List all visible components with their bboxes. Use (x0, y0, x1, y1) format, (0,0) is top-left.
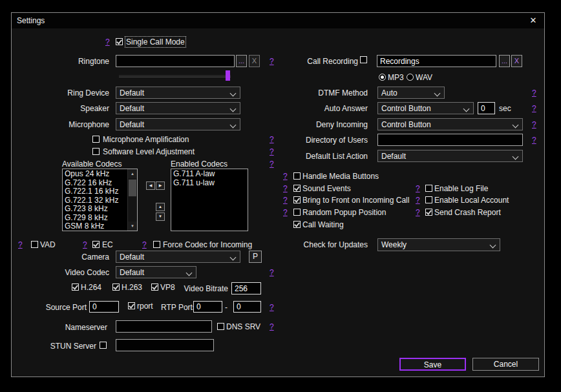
force-codec-checkbox[interactable] (153, 241, 160, 248)
ringtone-input[interactable] (116, 55, 235, 67)
scrollbar-thumb[interactable] (129, 180, 136, 196)
rport-checkbox[interactable] (128, 302, 135, 309)
vp8-label[interactable]: VP8 (160, 283, 175, 292)
help-single-call-mode[interactable]: ? (105, 37, 110, 46)
default-list-action-select[interactable]: Default (377, 150, 523, 162)
list-item[interactable]: Opus 24 kHz (65, 170, 127, 179)
bring-to-front-checkbox[interactable] (293, 196, 301, 203)
help-random-popup[interactable]: ? (283, 208, 288, 217)
list-item[interactable]: G.722.1 32 kHz (65, 196, 127, 205)
help-handle-media-buttons[interactable]: ? (283, 172, 288, 181)
stun-server-checkbox[interactable] (100, 342, 107, 349)
dns-srv-label[interactable]: DNS SRV (226, 322, 260, 331)
rport-label[interactable]: rport (137, 302, 153, 311)
codec-move-down-icon[interactable]: ▼ (156, 212, 165, 221)
rtp-ports-from-input[interactable] (193, 301, 222, 313)
list-item[interactable]: G.722.1 16 kHz (65, 187, 127, 196)
codec-remove-left-icon[interactable]: ◀ (146, 181, 155, 190)
send-crash-report-checkbox[interactable] (425, 209, 432, 216)
help-dtmf-method[interactable]: ? (532, 88, 536, 98)
help-microphone-amplification[interactable]: ? (270, 135, 274, 144)
available-codecs-list[interactable]: Opus 24 kHzG.722 16 kHzG.722.1 16 kHzG.7… (62, 169, 138, 231)
send-crash-report-label[interactable]: Send Crash Report (434, 208, 501, 217)
close-icon[interactable]: ✕ (527, 15, 539, 26)
call-recording-path-input[interactable] (377, 55, 496, 67)
enable-local-account-label[interactable]: Enable Local Account (434, 196, 509, 205)
call-recording-clear-button[interactable]: X (511, 55, 522, 67)
h264-label[interactable]: H.264 (81, 283, 101, 292)
wav-label[interactable]: WAV (416, 73, 432, 82)
list-item[interactable]: G.722 16 kHz (65, 179, 127, 188)
vad-label[interactable]: VAD (40, 240, 56, 249)
source-port-input[interactable] (89, 301, 119, 313)
help-nameserver[interactable]: ? (270, 322, 274, 331)
help-software-level-adjustment[interactable]: ? (270, 147, 274, 156)
list-item[interactable]: G.723 8 kHz (65, 205, 127, 214)
dtmf-method-select[interactable]: Auto (377, 87, 445, 99)
scroll-up-icon[interactable]: ▲ (128, 169, 137, 178)
codec-move-up-icon[interactable]: ▲ (156, 203, 165, 211)
handle-media-buttons-checkbox[interactable] (293, 172, 301, 180)
list-item[interactable]: G.711 u-law (173, 179, 246, 188)
h263-label[interactable]: H.263 (122, 283, 142, 292)
handle-media-buttons-label[interactable]: Handle Media Buttons (302, 172, 379, 181)
call-waiting-checkbox[interactable] (293, 221, 301, 228)
rtp-ports-to-input[interactable] (233, 301, 261, 313)
help-auto-answer[interactable]: ? (532, 104, 536, 113)
wav-radio[interactable] (407, 74, 414, 81)
mp3-radio[interactable] (379, 74, 386, 81)
vad-checkbox[interactable] (31, 241, 38, 248)
speaker-select[interactable]: Default (116, 102, 240, 114)
camera-select[interactable]: Default (116, 251, 240, 263)
help-video-codec[interactable]: ? (270, 268, 274, 277)
single-call-mode-checkbox[interactable] (116, 38, 123, 45)
h264-checkbox[interactable] (72, 284, 79, 291)
help-codecs[interactable]: ? (270, 160, 274, 169)
enable-local-account-checkbox[interactable] (425, 196, 432, 203)
help-enable-local-account[interactable]: ? (416, 196, 420, 205)
available-codecs-scrollbar[interactable]: ▲ ▼ (127, 169, 137, 231)
software-level-adjustment-checkbox[interactable] (92, 148, 100, 155)
codec-add-right-icon[interactable]: ▶ (156, 181, 165, 190)
call-waiting-label[interactable]: Call Waiting (302, 220, 344, 229)
auto-answer-seconds-input[interactable] (478, 102, 495, 114)
single-call-mode-label[interactable]: Single Call Mode (126, 37, 185, 46)
help-ec[interactable]: ? (83, 240, 87, 249)
stun-server-input[interactable] (116, 339, 214, 351)
help-force-codec[interactable]: ? (142, 240, 147, 249)
sound-events-checkbox[interactable] (293, 185, 301, 192)
save-button[interactable]: Save (399, 358, 466, 371)
call-recording-checkbox[interactable] (360, 56, 367, 63)
force-codec-label[interactable]: Force Codec for Incoming (163, 240, 252, 249)
random-popup-checkbox[interactable] (293, 209, 301, 216)
scroll-down-icon[interactable]: ▼ (128, 222, 137, 231)
check-for-updates-select[interactable]: Weekly (377, 238, 500, 251)
directory-of-users-input[interactable] (377, 134, 523, 146)
help-directory-of-users[interactable]: ? (532, 136, 536, 145)
help-send-crash-report[interactable]: ? (416, 208, 420, 217)
enable-log-file-checkbox[interactable] (425, 185, 432, 192)
help-vad[interactable]: ? (18, 240, 23, 249)
ringtone-clear-button[interactable]: X (249, 55, 260, 67)
ringtone-volume-slider-track[interactable] (119, 75, 231, 77)
help-ringtone[interactable]: ? (270, 57, 274, 66)
list-item[interactable]: G.729 8 kHz (65, 214, 127, 223)
sound-events-label[interactable]: Sound Events (302, 184, 351, 193)
random-popup-label[interactable]: Random Popup Position (302, 208, 386, 217)
video-codec-select[interactable]: Default (116, 266, 196, 278)
mp3-label[interactable]: MP3 (388, 73, 404, 82)
ec-label[interactable]: EC (102, 240, 113, 249)
microphone-amplification-checkbox[interactable] (92, 136, 100, 143)
video-bitrate-input[interactable] (231, 282, 261, 294)
list-item[interactable]: GSM 8 kHz (65, 222, 127, 231)
microphone-select[interactable]: Default (116, 118, 240, 130)
help-enable-log-file[interactable]: ? (416, 184, 420, 193)
help-rtp-ports[interactable]: ? (270, 303, 274, 312)
list-item[interactable]: G.711 A-law (173, 170, 246, 179)
camera-preview-button[interactable]: P (249, 251, 262, 263)
cancel-button[interactable]: Cancel (472, 358, 539, 371)
ec-checkbox[interactable] (92, 241, 100, 248)
enabled-codecs-list[interactable]: G.711 A-lawG.711 u-law (171, 169, 248, 231)
ringtone-volume-slider-thumb[interactable] (226, 70, 230, 81)
call-recording-browse-button[interactable]: ... (499, 55, 510, 67)
